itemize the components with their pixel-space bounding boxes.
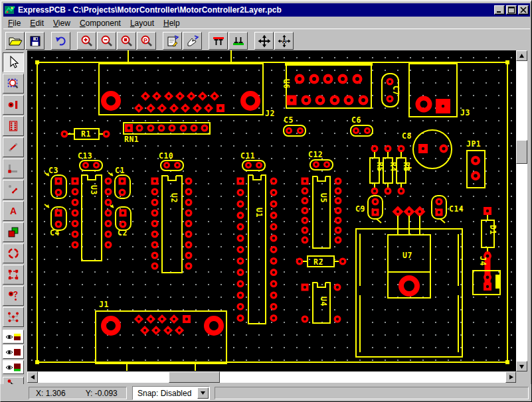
refdes-label: D1 [488, 225, 497, 235]
zoom-window-tool-button[interactable] [3, 74, 24, 94]
window-title: ExpressPCB - C:\Projects\MotorController… [18, 5, 493, 15]
menu-help[interactable]: Help [159, 18, 185, 29]
menu-view[interactable]: View [48, 18, 75, 29]
refdes-label: C12 [308, 150, 323, 159]
refdes-label: U4 [319, 297, 328, 306]
maximize-button[interactable] [506, 5, 517, 15]
title-bar[interactable]: ExpressPCB - C:\Projects\MotorController… [3, 3, 530, 17]
refdes-label: R3 [402, 162, 411, 172]
refdes-label: C8 [402, 131, 412, 141]
layer-silkscreen-tool-button[interactable] [3, 330, 24, 344]
status-bar: X: 1.306 Y: -0.093 Snap: Disabled [1, 384, 532, 401]
rectangle-tool-button[interactable] [3, 265, 24, 285]
refdes-label: U3 [89, 185, 98, 195]
snap-select[interactable]: Snap: Disabled [132, 386, 210, 400]
ratsnest-tool-button[interactable] [3, 307, 24, 327]
app-window: ExpressPCB - C:\Projects\MotorController… [0, 0, 532, 402]
component-properties-button[interactable] [163, 32, 182, 50]
refdes-label: RN1 [124, 135, 139, 144]
select-tool-button[interactable] [3, 52, 24, 72]
menu-edit[interactable]: Edit [25, 18, 48, 29]
layer-bottom-copper-tool-button[interactable] [3, 360, 24, 374]
tool-palette: A? [1, 50, 27, 401]
refdes-label: C11 [240, 151, 255, 161]
vertical-scroll-thumb[interactable] [516, 140, 527, 164]
save-button[interactable] [25, 32, 44, 50]
refdes-label: C7 [391, 86, 400, 96]
scroll-left-button[interactable] [27, 371, 38, 383]
zoom-board-button[interactable] [117, 32, 136, 50]
menu-layout[interactable]: Layout [126, 18, 159, 29]
scroll-right-button[interactable] [505, 371, 516, 383]
refdes-label: C3 [48, 166, 58, 175]
scrollbar-corner [516, 371, 527, 383]
refdes-label: C1 [115, 166, 125, 175]
refdes-label: U7 [402, 251, 412, 260]
layer-top-copper-tool-button[interactable] [3, 345, 24, 359]
horizontal-scrollbar[interactable] [27, 371, 516, 383]
snap-value: Snap: Disabled [133, 389, 197, 398]
pad-tool-button[interactable] [3, 95, 24, 115]
refdes-label: U5 [319, 193, 328, 203]
coordinates-panel: X: 1.306 Y: -0.093 [29, 387, 127, 399]
pcb-canvas[interactable]: J2R1RN1C13C10C11C12C5C6U6C7J3+C8JP1R5R4R… [27, 50, 516, 371]
layer-top-button[interactable] [209, 32, 228, 50]
cursor-x: X: 1.306 [36, 389, 66, 398]
undo-button[interactable] [51, 32, 70, 50]
app-icon [5, 5, 15, 15]
refdes-label: C14 [449, 204, 464, 214]
text-tool-button[interactable]: A [3, 201, 24, 221]
circle-tool-button[interactable] [3, 243, 24, 263]
refdes-label: C2 [118, 228, 128, 237]
refdes-label: U1 [254, 208, 264, 218]
refdes-label: C4 [50, 228, 60, 237]
zoom-out-button[interactable] [97, 32, 116, 50]
plane-tool-button[interactable] [3, 222, 24, 242]
refdes-label: JP1 [466, 139, 481, 149]
refdes-label: J3 [460, 108, 470, 117]
status-message-panel [215, 387, 529, 399]
vertical-scrollbar[interactable] [516, 50, 527, 371]
refdes-label: U2 [169, 193, 179, 203]
split-trace-tool-button[interactable] [3, 180, 24, 200]
menu-file[interactable]: File [3, 18, 25, 29]
layer-bottom-button[interactable] [228, 32, 248, 50]
svg-text:A: A [10, 206, 17, 216]
close-button[interactable] [518, 5, 529, 15]
svg-text:A: A [282, 38, 286, 44]
toolbar: PA [3, 29, 530, 50]
svg-text:P: P [143, 36, 147, 43]
scroll-up-button[interactable] [516, 50, 527, 61]
minimize-button[interactable] [494, 5, 505, 15]
refdes-label: J1 [99, 300, 109, 309]
scroll-down-button[interactable] [516, 361, 527, 371]
component-info-tool-button[interactable]: ? [3, 286, 24, 306]
open-button[interactable] [5, 32, 25, 50]
refdes-label: C13 [78, 151, 92, 161]
refdes-label: J4 [478, 256, 488, 266]
pan-button[interactable] [254, 32, 274, 50]
dropdown-arrow-icon[interactable] [197, 387, 209, 399]
corner-tool-button[interactable] [3, 159, 24, 178]
component-tool-button[interactable] [3, 116, 24, 136]
edit-segment-button[interactable] [183, 32, 202, 50]
refdes-label: J2 [265, 109, 275, 118]
refdes-label: C6 [351, 115, 361, 125]
refdes-label: C5 [284, 115, 294, 125]
cursor-y: Y: -0.093 [86, 389, 118, 398]
horizontal-scroll-thumb[interactable] [169, 371, 220, 383]
pan-text-button[interactable]: A [274, 32, 294, 50]
svg-text:?: ? [13, 290, 18, 299]
trace-tool-button[interactable] [3, 137, 24, 157]
refdes-label: R2 [313, 257, 323, 267]
refdes-label: U6 [282, 79, 291, 89]
refdes-label: C10 [159, 151, 173, 161]
zoom-previous-button[interactable]: P [137, 32, 156, 50]
refdes-label: R1 [81, 129, 91, 139]
refdes-label: C9 [355, 204, 365, 214]
zoom-in-button[interactable] [77, 32, 96, 50]
menu-component[interactable]: Component [75, 18, 126, 29]
menu-bar: FileEditViewComponentLayoutHelp [3, 17, 530, 29]
